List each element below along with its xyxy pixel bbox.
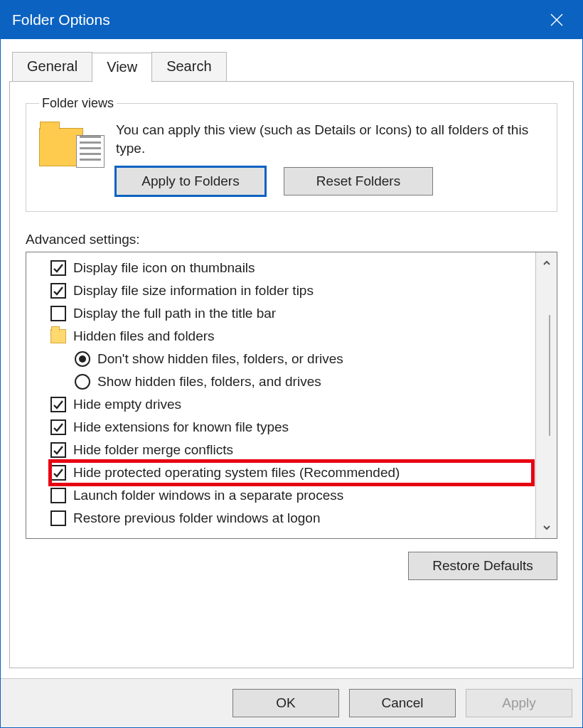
tab-general[interactable]: General (12, 52, 92, 82)
setting-label: Hide empty drives (73, 397, 181, 412)
setting-row[interactable]: Display file size information in folder … (50, 279, 533, 302)
checkbox[interactable] (50, 306, 66, 321)
client-area: General View Search Folder views You can… (1, 39, 582, 678)
advanced-settings-box: Display file icon on thumbnailsDisplay f… (26, 252, 557, 539)
checkbox[interactable] (50, 465, 66, 481)
close-icon (550, 13, 564, 27)
scroll-down-arrow[interactable] (536, 517, 557, 538)
setting-row[interactable]: Restore previous folder windows at logon (50, 507, 533, 530)
setting-label: Show hidden files, folders, and drives (97, 374, 321, 390)
setting-row[interactable]: Hide protected operating system files (R… (50, 461, 533, 484)
setting-row[interactable]: Launch folder windows in a separate proc… (50, 484, 533, 507)
setting-label: Don't show hidden files, folders, or dri… (97, 351, 343, 367)
close-button[interactable] (542, 6, 571, 34)
radio[interactable] (75, 374, 90, 390)
setting-row[interactable]: Show hidden files, folders, and drives (50, 370, 533, 393)
checkbox[interactable] (50, 488, 66, 503)
apply-button[interactable]: Apply (466, 689, 572, 717)
setting-row: Hidden files and folders (50, 325, 533, 348)
folder-views-group: Folder views You can apply this view (su… (26, 96, 557, 212)
setting-row[interactable]: Display file icon on thumbnails (50, 257, 533, 279)
setting-label: Display file icon on thumbnails (73, 260, 255, 276)
setting-row[interactable]: Don't show hidden files, folders, or dri… (50, 348, 533, 370)
tab-view[interactable]: View (92, 53, 152, 82)
tab-bar: General View Search (12, 52, 574, 82)
tab-page-view: Folder views You can apply this view (su… (9, 81, 574, 668)
folder-icon (50, 329, 66, 343)
checkbox[interactable] (50, 397, 66, 412)
ok-button[interactable]: OK (232, 689, 339, 717)
checkbox[interactable] (50, 283, 66, 299)
setting-label: Restore previous folder windows at logon (73, 510, 320, 526)
setting-row[interactable]: Hide extensions for known file types (50, 416, 533, 439)
dialog-footer: OK Cancel Apply (1, 678, 582, 727)
setting-label: Hide folder merge conflicts (73, 442, 233, 458)
folder-options-window: Folder Options General View Search Folde… (0, 0, 583, 728)
scrollbar[interactable] (535, 252, 557, 538)
reset-folders-button[interactable]: Reset Folders (284, 167, 433, 196)
setting-label: Display file size information in folder … (73, 283, 314, 299)
checkbox[interactable] (50, 260, 66, 276)
title-bar: Folder Options (1, 1, 582, 39)
checkbox[interactable] (50, 419, 66, 435)
apply-to-folders-button[interactable]: Apply to Folders (116, 167, 265, 196)
checkbox[interactable] (50, 510, 66, 526)
setting-label: Launch folder windows in a separate proc… (73, 488, 343, 503)
scroll-up-arrow[interactable] (536, 252, 557, 274)
setting-label: Hide protected operating system files (R… (73, 465, 400, 481)
window-title: Folder Options (12, 11, 110, 28)
setting-row[interactable]: Hide empty drives (50, 393, 533, 416)
scroll-thumb[interactable] (549, 315, 550, 436)
tab-search[interactable]: Search (151, 52, 226, 82)
restore-defaults-button[interactable]: Restore Defaults (408, 552, 557, 580)
chevron-up-icon (542, 259, 551, 267)
setting-label: Hide extensions for known file types (73, 419, 289, 435)
advanced-settings-list[interactable]: Display file icon on thumbnailsDisplay f… (26, 252, 535, 538)
chevron-down-icon (542, 523, 551, 532)
setting-label: Hidden files and folders (73, 328, 215, 344)
checkbox[interactable] (50, 442, 66, 458)
folder-views-description: You can apply this view (such as Details… (116, 121, 544, 157)
setting-label: Display the full path in the title bar (73, 306, 276, 321)
advanced-settings-label: Advanced settings: (26, 232, 557, 247)
cancel-button[interactable]: Cancel (349, 689, 456, 717)
folder-views-legend: Folder views (39, 96, 117, 111)
setting-row[interactable]: Hide folder merge conflicts (50, 439, 533, 461)
setting-row[interactable]: Display the full path in the title bar (50, 302, 533, 325)
radio[interactable] (75, 351, 90, 367)
folder-views-icon (39, 124, 100, 185)
